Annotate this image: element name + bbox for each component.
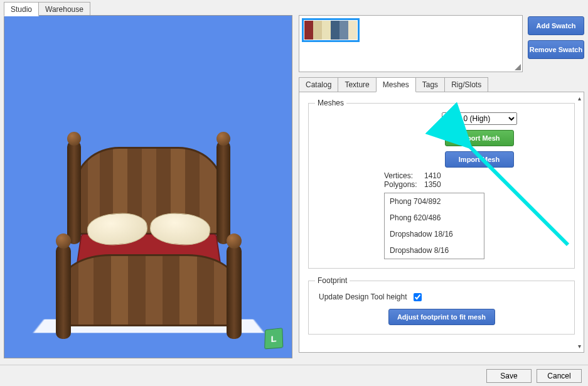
scroll-down-icon[interactable]: ▾ (578, 343, 581, 350)
footprint-legend: Footprint (315, 276, 350, 285)
bottom-bar: Save Cancel (0, 365, 588, 386)
export-mesh-button[interactable]: Export Mesh (445, 130, 514, 146)
polygons-label: Polygons: (384, 180, 420, 189)
tab-catalog[interactable]: Catalog (299, 77, 338, 92)
vertices-value: 1410 (424, 171, 441, 180)
tab-meshes[interactable]: Meshes (376, 77, 416, 92)
adjust-footprint-button[interactable]: Adjust footprint to fit mesh (388, 309, 495, 325)
swatch-color[interactable] (348, 21, 357, 40)
tab-warehouse[interactable]: Warehouse (38, 2, 90, 16)
add-swatch-button[interactable]: Add Swatch (528, 16, 584, 35)
update-height-label: Update Design Tool height (319, 292, 407, 301)
detail-tab-bar: Catalog Texture Meshes Tags Rig/Slots (299, 77, 584, 92)
swatch-panel[interactable] (299, 15, 523, 72)
mesh-entry[interactable]: Phong 704/892 (385, 193, 484, 210)
tab-rigslots[interactable]: Rig/Slots (444, 77, 488, 92)
remove-swatch-button[interactable]: Remove Swatch (528, 40, 584, 59)
light-badge[interactable]: L (264, 328, 283, 349)
tab-texture[interactable]: Texture (338, 77, 376, 92)
update-height-checkbox[interactable] (414, 293, 422, 301)
tab-tags[interactable]: Tags (415, 77, 445, 92)
meshes-legend: Meshes (315, 99, 346, 107)
lod-select[interactable]: LOD 0 (High) (442, 112, 517, 125)
vertices-label: Vertices: (384, 171, 420, 180)
top-tab-bar: Studio Warehouse (0, 0, 588, 16)
mesh-entry[interactable]: Dropshadow 18/16 (385, 226, 484, 242)
mesh-entry[interactable]: Phong 620/486 (385, 210, 484, 226)
swatch-color[interactable] (331, 21, 339, 40)
save-button[interactable]: Save (486, 369, 532, 383)
meshes-group: Meshes LOD 0 (High) Export Mesh Import M… (308, 99, 575, 269)
swatch-color[interactable] (313, 21, 322, 40)
footprint-group: Footprint Update Design Tool height Adju… (308, 276, 575, 335)
cancel-button[interactable]: Cancel (537, 369, 582, 383)
tab-studio[interactable]: Studio (4, 2, 39, 16)
preview-viewport[interactable]: L (4, 15, 292, 358)
scroll-up-icon[interactable]: ▴ (578, 95, 581, 102)
detail-pane: ▴ ▾ Meshes LOD 0 (High) Export Mesh Impo… (299, 92, 584, 353)
mesh-entry-list[interactable]: Phong 704/892Phong 620/486Dropshadow 18/… (384, 193, 484, 259)
swatch-color[interactable] (339, 21, 348, 40)
import-mesh-button[interactable]: Import Mesh (445, 151, 514, 168)
swatch-color[interactable] (304, 21, 313, 40)
bed-model (61, 141, 237, 341)
mesh-entry[interactable]: Dropshadow 8/16 (385, 242, 484, 259)
swatch-color[interactable] (322, 21, 331, 40)
swatch-selected[interactable] (302, 18, 360, 42)
polygons-value: 1350 (424, 180, 441, 189)
